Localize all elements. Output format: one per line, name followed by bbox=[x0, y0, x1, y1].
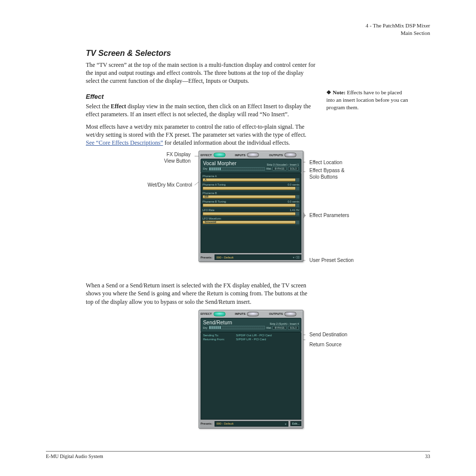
callout-preset: User Preset Section bbox=[309, 257, 354, 264]
led-on-icon bbox=[214, 312, 226, 316]
parameter-row[interactable]: LFO WaveformSinusoid bbox=[203, 217, 299, 225]
wet-label: Wet bbox=[266, 326, 271, 329]
page-header: 4 - The PatchMix DSP Mixer Main Section bbox=[46, 22, 430, 37]
header-section: Main Section bbox=[46, 29, 430, 37]
page-number: 33 bbox=[425, 454, 430, 459]
solo-button[interactable]: SOLO bbox=[288, 326, 299, 330]
dropdown-icon: ▾ ⌫ bbox=[293, 255, 299, 259]
effect-heading: Effect bbox=[86, 93, 315, 100]
outputs-tab[interactable]: OUTPUTS bbox=[269, 312, 301, 316]
effect-panel: EFFECT INPUTS OUTPUTS Vocal Morpher Stri… bbox=[199, 151, 303, 262]
bypass-button[interactable]: BYPASS bbox=[272, 326, 286, 330]
preset-label: Presets: bbox=[201, 256, 213, 259]
wetdry-slider[interactable] bbox=[209, 326, 265, 329]
callout-fx-button: FX DisplayView Button bbox=[116, 152, 191, 164]
note-callout: ❖ Note: Effects have to be placed into a… bbox=[326, 89, 411, 111]
sr-location: Strip 2 (Synth) - Insert 4 bbox=[270, 322, 299, 325]
send-return-panel: EFFECT INPUTS OUTPUTS Send/Return Strip … bbox=[199, 310, 303, 429]
send-line: Sending To: S/PDIF Out L/R - PCI Card bbox=[203, 334, 299, 337]
parameter-row[interactable]: Phoneme A Tuning0.0 semis bbox=[203, 183, 299, 191]
dry-label: Dry bbox=[203, 326, 208, 329]
parameter-list: Phoneme AAPhoneme A Tuning0.0 semisPhone… bbox=[201, 173, 301, 253]
callout-wetdry: Wet/Dry Mix Control bbox=[90, 182, 192, 189]
sr-body: Sending To: S/PDIF Out L/R - PCI Card Re… bbox=[201, 332, 301, 420]
callout-params: Effect Parameters bbox=[309, 213, 349, 219]
preset-selector[interactable]: 000 - Default ▾ bbox=[215, 421, 288, 427]
page-footer: E-MU Digital Audio System 33 bbox=[46, 451, 430, 459]
preset-label: Presets: bbox=[201, 422, 213, 425]
callout-return-src: Return Source bbox=[309, 342, 341, 348]
effect-paragraph-2: Most effects have a wet/dry mix paramete… bbox=[86, 123, 315, 147]
edit-button[interactable]: Edit... bbox=[290, 421, 301, 426]
intro-paragraph: The “TV screen” at the top of the main s… bbox=[86, 61, 315, 85]
inputs-tab[interactable]: INPUTS bbox=[235, 153, 267, 157]
send-return-paragraph: When a Send or a Send/Return insert is s… bbox=[86, 281, 315, 306]
preset-selector[interactable]: 000 - Default ▾ ⌫ bbox=[215, 254, 301, 260]
effect-name: Vocal Morpher bbox=[203, 161, 237, 166]
core-effects-link[interactable]: See “Core Effects Descriptions” bbox=[86, 139, 163, 146]
parameter-row[interactable]: LFO Rate1.41 Hz bbox=[203, 208, 299, 217]
dry-label: Dry bbox=[203, 167, 208, 170]
effect-location: Strip 3 (Vocoder) - Insert 1 bbox=[267, 163, 299, 166]
send-return-diagram: Send Destination Return Source EFFECT IN… bbox=[46, 310, 430, 434]
header-chapter: 4 - The PatchMix DSP Mixer bbox=[46, 22, 430, 29]
led-icon bbox=[247, 153, 259, 157]
effect-tab[interactable]: EFFECT bbox=[201, 312, 233, 316]
bypass-button[interactable]: BYPASS bbox=[272, 167, 286, 171]
led-icon bbox=[284, 312, 296, 316]
wetdry-slider[interactable] bbox=[209, 167, 265, 171]
parameter-row[interactable]: Phoneme BER bbox=[203, 191, 299, 200]
effect-paragraph-1: Select the Effect display view in the ma… bbox=[86, 102, 315, 118]
effect-panel-diagram: FX DisplayView Button Wet/Dry Mix Contro… bbox=[46, 151, 430, 275]
callout-bypass-solo: Effect Bypass &Solo Buttons bbox=[309, 168, 344, 180]
callout-send-dest: Send Destination bbox=[309, 332, 347, 338]
wet-label: Wet bbox=[266, 167, 271, 170]
footer-left: E-MU Digital Audio System bbox=[46, 454, 103, 459]
outputs-tab[interactable]: OUTPUTS bbox=[269, 153, 301, 157]
sr-title: Send/Return bbox=[203, 320, 232, 325]
led-icon bbox=[284, 153, 296, 157]
inputs-tab[interactable]: INPUTS bbox=[235, 312, 267, 316]
dropdown-icon: ▾ bbox=[285, 422, 286, 426]
led-icon bbox=[247, 312, 259, 316]
parameter-row[interactable]: Phoneme B Tuning0.0 semis bbox=[203, 200, 299, 208]
section-title: TV Screen & Selectors bbox=[86, 49, 315, 58]
return-line: Returning From: S/PDIF L/R - PCI Card bbox=[203, 338, 299, 341]
solo-button[interactable]: SOLO bbox=[288, 167, 299, 171]
callout-effect-location: Effect Location bbox=[309, 160, 342, 166]
parameter-row[interactable]: Phoneme AA bbox=[203, 174, 299, 183]
effect-tab[interactable]: EFFECT bbox=[201, 153, 233, 157]
led-on-icon bbox=[214, 153, 226, 157]
